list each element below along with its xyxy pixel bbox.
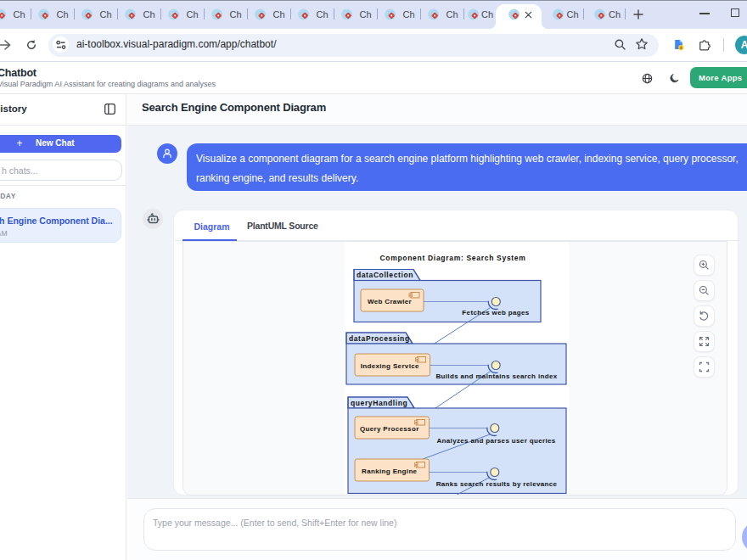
svg-text:Fetches web pages: Fetches web pages — [462, 309, 530, 316]
svg-text:Query Processor: Query Processor — [360, 425, 419, 433]
svg-text:Ranking Engine: Ranking Engine — [362, 468, 418, 475]
svg-text:queryHandling: queryHandling — [351, 399, 407, 407]
svg-text:dataProcessing: dataProcessing — [349, 334, 410, 343]
svg-text:Indexing Service: Indexing Service — [361, 362, 419, 370]
svg-text:dataCollection: dataCollection — [357, 271, 413, 279]
svg-text:Web Crawler: Web Crawler — [368, 298, 412, 305]
svg-text:Analyzes and parses user queri: Analyzes and parses user queries — [436, 437, 555, 445]
svg-text:Ranks search results by releva: Ranks search results by relevance — [436, 480, 558, 488]
svg-text:Component Diagram: Search Syst: Component Diagram: Search System — [379, 254, 525, 262]
svg-text:Builds and maintains search in: Builds and maintains search index — [435, 372, 557, 380]
